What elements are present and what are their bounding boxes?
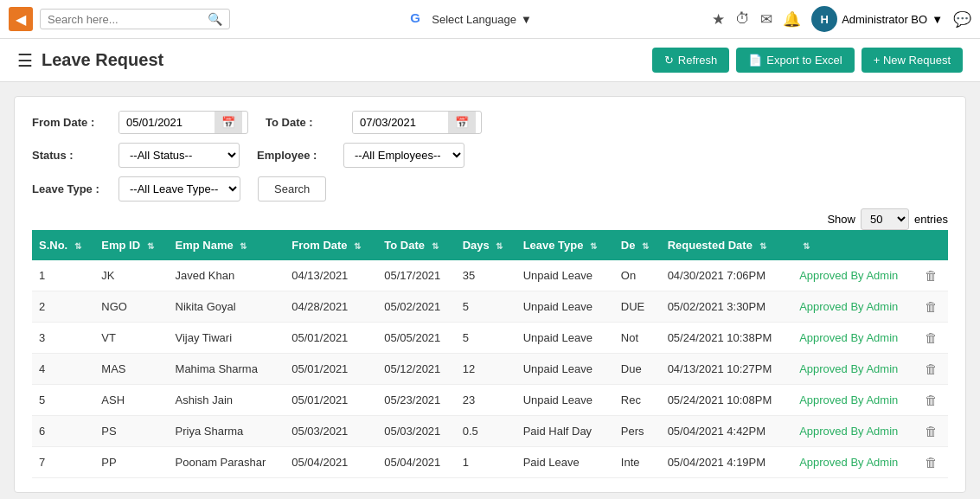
col-to-date[interactable]: To Date ⇅ xyxy=(377,230,455,260)
cell-emp-id: VT xyxy=(94,323,168,354)
table-row: 7 PP Poonam Parashar 05/04/2021 05/04/20… xyxy=(32,447,948,478)
cell-requested-date: 05/24/2021 10:08PM xyxy=(661,385,793,416)
col-requested-date[interactable]: Requested Date ⇅ xyxy=(661,230,793,260)
cell-leave-type: Unpaid Leave xyxy=(516,291,614,323)
nav-center: G Select Language ▼ xyxy=(230,10,712,28)
leave-type-select[interactable]: --All Leave Type-- Paid Leave Unpaid Lea… xyxy=(118,176,240,202)
from-date-input-wrap: 📅 xyxy=(118,111,248,134)
cell-emp-name: Vijay Tiwari xyxy=(169,323,285,354)
cell-desc: DUE xyxy=(614,291,661,323)
back-button[interactable]: ◀ xyxy=(9,7,33,31)
delete-button[interactable]: 🗑 xyxy=(925,361,938,376)
cell-requested-date: 05/24/2021 10:38PM xyxy=(661,323,793,354)
col-leave-type[interactable]: Leave Type ⇅ xyxy=(516,230,614,260)
cell-from-date: 05/03/2021 xyxy=(285,416,377,447)
to-date-input[interactable] xyxy=(353,112,448,133)
col-from-date[interactable]: From Date ⇅ xyxy=(285,230,377,260)
from-date-input[interactable] xyxy=(119,112,215,133)
cell-requested-date: 05/04/2021 4:42PM xyxy=(661,416,793,447)
entries-select[interactable]: 10 25 50 100 xyxy=(861,208,909,230)
search-icon: 🔍 xyxy=(208,12,222,26)
star-button[interactable]: ★ xyxy=(712,10,725,29)
delete-button[interactable]: 🗑 xyxy=(925,393,938,407)
cell-sno: 4 xyxy=(32,354,94,385)
cell-status: Approved By Admin xyxy=(792,447,918,478)
cell-sno: 3 xyxy=(32,323,94,354)
new-request-button[interactable]: + New Request xyxy=(862,48,963,73)
cell-days: 12 xyxy=(456,354,516,385)
status-select[interactable]: --All Status-- Approved Pending Rejected xyxy=(118,143,240,168)
col-emp-name[interactable]: Emp Name ⇅ xyxy=(169,230,285,260)
cell-to-date: 05/04/2021 xyxy=(377,447,455,478)
col-emp-id[interactable]: Emp ID ⇅ xyxy=(94,230,168,260)
cell-emp-id: ASH xyxy=(94,385,168,416)
cell-to-date: 05/17/2021 xyxy=(377,260,455,291)
cell-from-date: 05/01/2021 xyxy=(285,323,377,354)
mail-button[interactable]: ✉ xyxy=(760,10,772,29)
to-date-calendar-button[interactable]: 📅 xyxy=(448,112,476,133)
table-header: S.No. ⇅ Emp ID ⇅ Emp Name ⇅ From Date ⇅ … xyxy=(32,230,948,260)
cell-sno: 2 xyxy=(32,291,94,323)
filter-card: From Date : 📅 To Date : 📅 Status : --All… xyxy=(14,96,966,493)
cell-status: Approved By Admin xyxy=(792,323,918,354)
user-label: Administrator BO xyxy=(842,13,927,26)
cell-emp-id: NGO xyxy=(94,291,168,323)
user-menu-button[interactable]: H Administrator BO ▼ xyxy=(811,6,943,32)
cell-to-date: 05/12/2021 xyxy=(377,354,455,385)
language-selector[interactable]: G Select Language ▼ xyxy=(410,10,531,28)
col-sno[interactable]: S.No. ⇅ xyxy=(32,230,94,260)
page-title: Leave Request xyxy=(42,50,163,70)
header-actions: ↻ Refresh 📄 Export to Excel + New Reques… xyxy=(652,48,963,73)
cell-from-date: 05/01/2021 xyxy=(285,385,377,416)
cell-from-date: 05/01/2021 xyxy=(285,354,377,385)
cell-requested-date: 05/02/2021 3:30PM xyxy=(661,291,793,323)
refresh-icon: ↻ xyxy=(664,54,674,67)
status-label: Status : xyxy=(32,149,101,162)
col-days[interactable]: Days ⇅ xyxy=(456,230,516,260)
cell-emp-id: JK xyxy=(94,260,168,291)
table-row: 2 NGO Nikita Goyal 04/28/2021 05/02/2021… xyxy=(32,291,948,323)
table-row: 6 PS Priya Sharma 05/03/2021 05/03/2021 … xyxy=(32,416,948,447)
delete-button[interactable]: 🗑 xyxy=(925,424,938,438)
filter-row-dates: From Date : 📅 To Date : 📅 xyxy=(32,111,948,134)
cell-leave-type: Unpaid Leave xyxy=(516,323,614,354)
cell-emp-name: Priya Sharma xyxy=(169,416,285,447)
avatar: H xyxy=(811,6,837,32)
delete-button[interactable]: 🗑 xyxy=(925,299,938,314)
cell-emp-name: Mahima Sharma xyxy=(169,354,285,385)
search-bar: 🔍 xyxy=(40,9,230,29)
clock-button[interactable]: ⏱ xyxy=(735,10,750,28)
chat-button[interactable]: 💬 xyxy=(953,10,971,29)
cell-days: 35 xyxy=(456,260,516,291)
export-excel-button[interactable]: 📄 Export to Excel xyxy=(736,48,854,73)
excel-icon: 📄 xyxy=(748,54,762,67)
search-button[interactable]: Search xyxy=(258,176,326,202)
cell-emp-name: Ashish Jain xyxy=(169,385,285,416)
cell-desc: Inte xyxy=(614,447,661,478)
nav-right: ★ ⏱ ✉ 🔔 H Administrator BO ▼ 💬 xyxy=(712,6,971,32)
cell-status: Approved By Admin xyxy=(792,291,918,323)
cell-to-date: 05/02/2021 xyxy=(377,291,455,323)
top-navigation: ◀ 🔍 G Select Language ▼ ★ ⏱ ✉ 🔔 H Admini… xyxy=(0,0,980,39)
cell-requested-date: 04/13/2021 10:27PM xyxy=(661,354,793,385)
cell-to-date: 05/03/2021 xyxy=(377,416,455,447)
search-input[interactable] xyxy=(48,13,208,26)
cell-emp-name: Javed Khan xyxy=(169,260,285,291)
delete-button[interactable]: 🗑 xyxy=(925,330,938,345)
refresh-button[interactable]: ↻ Refresh xyxy=(652,48,730,73)
col-status[interactable]: ⇅ xyxy=(792,230,918,260)
filter-row-leavetype: Leave Type : --All Leave Type-- Paid Lea… xyxy=(32,176,948,202)
delete-button[interactable]: 🗑 xyxy=(925,268,938,283)
table-row: 5 ASH Ashish Jain 05/01/2021 05/23/2021 … xyxy=(32,385,948,416)
cell-leave-type: Paid Half Day xyxy=(516,416,614,447)
employee-select[interactable]: --All Employees-- xyxy=(343,143,464,168)
bell-button[interactable]: 🔔 xyxy=(783,10,801,29)
cell-desc: Pers xyxy=(614,416,661,447)
cell-to-date: 05/05/2021 xyxy=(377,323,455,354)
col-desc[interactable]: De ⇅ xyxy=(614,230,661,260)
table-row: 1 JK Javed Khan 04/13/2021 05/17/2021 35… xyxy=(32,260,948,291)
from-date-calendar-button[interactable]: 📅 xyxy=(215,112,242,133)
cell-leave-type: Unpaid Leave xyxy=(516,260,614,291)
cell-desc: Not xyxy=(614,323,661,354)
delete-button[interactable]: 🗑 xyxy=(925,455,938,470)
